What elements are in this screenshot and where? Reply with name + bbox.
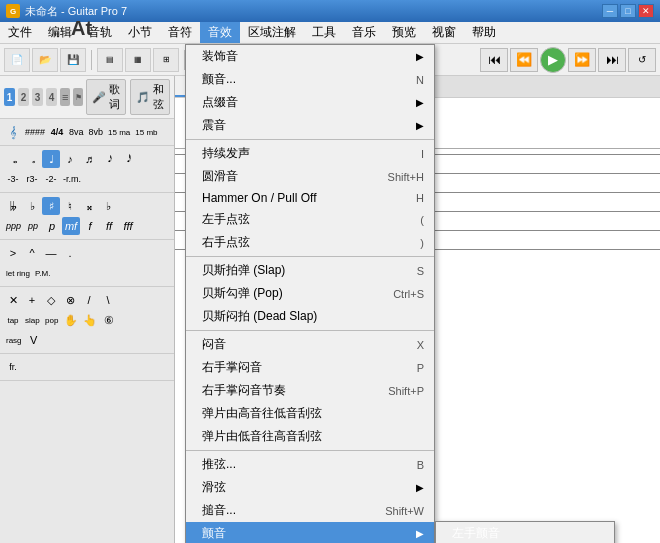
f-dyn[interactable]: f: [81, 217, 99, 235]
p-dyn[interactable]: p: [43, 217, 61, 235]
half-note[interactable]: 𝅗: [23, 150, 41, 168]
menu-preview[interactable]: 预览: [384, 22, 424, 43]
chords-button[interactable]: 🎵 和弦: [130, 79, 170, 115]
maximize-button[interactable]: □: [620, 4, 636, 18]
menu-item-grace[interactable]: 点缀音 ▶: [186, 91, 434, 114]
six-symbol[interactable]: ⑥: [100, 311, 118, 329]
menu-item-righttap[interactable]: 右手点弦 ): [186, 231, 434, 254]
slash[interactable]: /: [80, 291, 98, 309]
menu-tools[interactable]: 工具: [304, 22, 344, 43]
hand-icon[interactable]: ✋: [62, 311, 80, 329]
menu-annotation[interactable]: 区域注解: [240, 22, 304, 43]
staccato[interactable]: .: [61, 244, 79, 262]
menu-item-pop[interactable]: 贝斯勾弹 (Pop) Ctrl+S: [186, 282, 434, 305]
whole-note[interactable]: 𝅝: [4, 150, 22, 168]
fr-symbol[interactable]: fr.: [4, 358, 22, 376]
menu-item-palmmute[interactable]: 右手掌闷音 P: [186, 356, 434, 379]
tempo-15ma[interactable]: 15 ma: [106, 123, 132, 141]
x-note[interactable]: ✕: [4, 291, 22, 309]
menu-item-lefttap[interactable]: 左手点弦 (: [186, 208, 434, 231]
rewind-button[interactable]: ⏪: [510, 48, 538, 72]
menu-item-pick-up[interactable]: 弹片由低音往高音刮弦: [186, 425, 434, 448]
triplet[interactable]: -3-: [4, 170, 22, 188]
flat-b2[interactable]: ♭: [99, 197, 117, 215]
submenu-left-vibrato[interactable]: 左手颤音: [436, 522, 614, 543]
backslash[interactable]: \: [99, 291, 117, 309]
menu-item-legato[interactable]: 圆滑音 Shift+H: [186, 165, 434, 188]
treble-clef[interactable]: 𝄞: [4, 123, 22, 141]
sixteenth-note[interactable]: ♬: [80, 150, 98, 168]
save-button[interactable]: 💾: [60, 48, 86, 72]
add-track-button[interactable]: ≡: [60, 88, 70, 106]
cross[interactable]: +: [23, 291, 41, 309]
v-symbol[interactable]: V: [25, 331, 43, 349]
track-tab-1[interactable]: 1: [4, 88, 15, 106]
track-tab-4[interactable]: 4: [46, 88, 57, 106]
menu-item-hammer[interactable]: Hammer On / Pull Off H: [186, 188, 434, 208]
menu-item-deadslap[interactable]: 贝斯闷拍 (Dead Slap): [186, 305, 434, 328]
menu-item-decoration[interactable]: 装饰音 ▶: [186, 45, 434, 68]
lyrics-button[interactable]: 🎤 歌词: [86, 79, 126, 115]
loop-button[interactable]: ↺: [628, 48, 656, 72]
minimize-button[interactable]: ─: [602, 4, 618, 18]
menu-effect[interactable]: 音效: [200, 22, 240, 43]
track-tab-2[interactable]: 2: [18, 88, 29, 106]
mf[interactable]: mf: [62, 217, 80, 235]
fff[interactable]: fff: [119, 217, 137, 235]
ff[interactable]: ff: [100, 217, 118, 235]
menu-music[interactable]: 音乐: [344, 22, 384, 43]
menu-item-pick-down[interactable]: 弹片由高音往低音刮弦: [186, 402, 434, 425]
key-sig[interactable]: ####: [23, 123, 47, 141]
natural[interactable]: ♮: [61, 197, 79, 215]
eighth-note[interactable]: ♪: [61, 150, 79, 168]
close-button[interactable]: ✕: [638, 4, 654, 18]
menu-edit[interactable]: 编辑: [40, 22, 80, 43]
menu-item-tap-note[interactable]: 搥音... Shift+W: [186, 499, 434, 522]
track-flag[interactable]: ⚑: [73, 88, 83, 106]
sharp[interactable]: ♯: [42, 197, 60, 215]
octave-8vb[interactable]: 8vb: [87, 123, 106, 141]
track-tab-3[interactable]: 3: [32, 88, 43, 106]
menu-help[interactable]: 帮助: [464, 22, 504, 43]
tuplet-2[interactable]: -2-: [42, 170, 60, 188]
menu-item-slide[interactable]: 滑弦 ▶: [186, 476, 434, 499]
finger-icon[interactable]: 👆: [81, 311, 99, 329]
marcato[interactable]: ^: [23, 244, 41, 262]
new-button[interactable]: 📄: [4, 48, 30, 72]
menu-item-bend[interactable]: 推弦... B: [186, 453, 434, 476]
menu-window[interactable]: 视窗: [424, 22, 464, 43]
tap[interactable]: tap: [4, 311, 22, 329]
octave-8va[interactable]: 8va: [67, 123, 86, 141]
tuplet-r3[interactable]: r3-: [23, 170, 41, 188]
menu-item-palmmute-rhythm[interactable]: 右手掌闷音节奏 Shift+P: [186, 379, 434, 402]
menu-item-tremolo[interactable]: 颤音... N: [186, 68, 434, 91]
double-sharp[interactable]: 𝄪: [80, 197, 98, 215]
menu-file[interactable]: 文件: [0, 22, 40, 43]
circle-x[interactable]: ⊗: [61, 291, 79, 309]
sixtyfourth-note[interactable]: 𝅘𝅥𝅰: [118, 150, 136, 168]
palm-mute[interactable]: P.M.: [33, 264, 52, 282]
double-flat[interactable]: 𝄫: [4, 197, 22, 215]
flat[interactable]: ♭: [23, 197, 41, 215]
fast-forward-button[interactable]: ⏩: [568, 48, 596, 72]
time-sig[interactable]: 4/4: [48, 123, 66, 141]
thirtysecond-note[interactable]: 𝅘𝅥𝅯: [99, 150, 117, 168]
go-start-button[interactable]: ⏮: [480, 48, 508, 72]
pp[interactable]: pp: [24, 217, 42, 235]
diamond[interactable]: ◇: [42, 291, 60, 309]
rasg[interactable]: rasg: [4, 331, 24, 349]
pop[interactable]: pop: [43, 311, 61, 329]
tuplet-rm[interactable]: -r.m.: [61, 170, 83, 188]
open-button[interactable]: 📂: [32, 48, 58, 72]
play-button[interactable]: ▶: [540, 47, 566, 73]
menu-item-sustain[interactable]: 持续发声 I: [186, 142, 434, 165]
menu-item-mute[interactable]: 闷音 X: [186, 333, 434, 356]
let-ring[interactable]: let ring: [4, 264, 32, 282]
go-end-button[interactable]: ⏭: [598, 48, 626, 72]
menu-track[interactable]: 音轨: [80, 22, 120, 43]
tenuto[interactable]: —: [42, 244, 60, 262]
menu-item-slap[interactable]: 贝斯拍弹 (Slap) S: [186, 259, 434, 282]
quarter-note[interactable]: ♩: [42, 150, 60, 168]
layout2-button[interactable]: ▦: [125, 48, 151, 72]
menu-item-trill[interactable]: 震音 ▶: [186, 114, 434, 137]
